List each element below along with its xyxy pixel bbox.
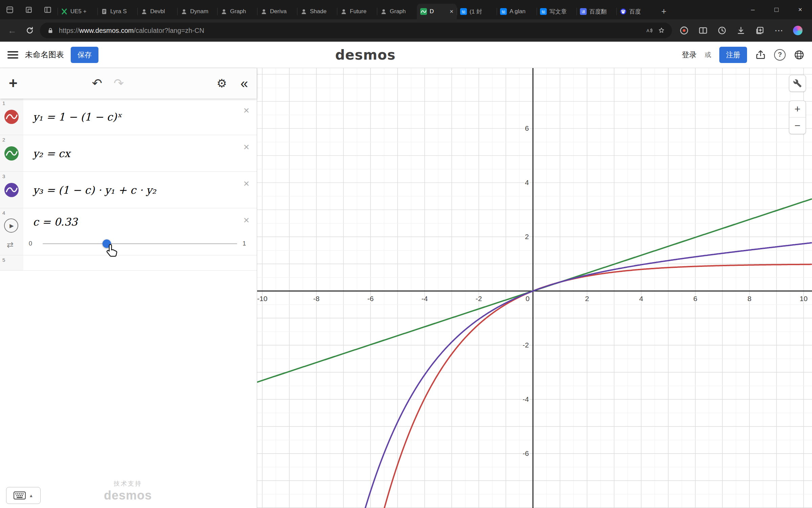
- header-right: 登录 或 注册 ?: [682, 47, 805, 63]
- slider-max-label[interactable]: 1: [243, 240, 246, 247]
- browser-tab[interactable]: UE5 +: [58, 4, 97, 19]
- downloads-icon[interactable]: [736, 26, 746, 35]
- copilot-icon[interactable]: [793, 26, 803, 35]
- login-button[interactable]: 登录: [682, 50, 697, 60]
- expression-row-1[interactable]: 1y₁ = 1 − (1 − c)ˣ×: [0, 99, 257, 135]
- extension-icon[interactable]: [679, 26, 689, 35]
- browser-tab[interactable]: 知A glan: [497, 4, 537, 19]
- keyboard-toggle-button[interactable]: ▲: [6, 487, 41, 504]
- collections-icon[interactable]: [755, 26, 765, 35]
- browser-tab[interactable]: 译百度翻: [577, 4, 616, 19]
- slider-play-icon[interactable]: ▶: [4, 218, 18, 233]
- expression-close-icon[interactable]: ×: [243, 178, 249, 189]
- zoom-out-button[interactable]: −: [789, 117, 806, 134]
- svg-text:-8: -8: [313, 295, 320, 302]
- url-host: www.desmos.com: [79, 27, 134, 34]
- browser-tab[interactable]: 知写文章: [537, 4, 577, 19]
- tab-strip: UE5 +Lyra SDevblDynamGraphDerivaShadeFut…: [58, 0, 656, 19]
- browser-tab[interactable]: D×: [417, 4, 457, 19]
- url-bar[interactable]: https://www.desmos.com/calculator?lang=z…: [40, 23, 672, 38]
- share-icon[interactable]: [755, 49, 766, 60]
- browser-tab[interactable]: Lyra S: [97, 4, 137, 19]
- browser-tab[interactable]: Graph: [377, 4, 417, 19]
- tab-close-icon[interactable]: ×: [450, 8, 453, 15]
- browser-tab[interactable]: Devbl: [137, 4, 177, 19]
- browser-tab[interactable]: Dynam: [177, 4, 217, 19]
- new-tab-button[interactable]: +: [656, 4, 671, 19]
- slider-loop-icon[interactable]: ⇄: [7, 240, 14, 250]
- minimize-button[interactable]: –: [741, 0, 765, 19]
- signup-button[interactable]: 注册: [719, 47, 747, 63]
- history-icon[interactable]: [717, 26, 727, 35]
- curve-color-icon[interactable]: [4, 183, 19, 197]
- redo-button[interactable]: ↷: [114, 77, 124, 89]
- menu-icon[interactable]: [7, 51, 18, 59]
- lock-icon[interactable]: [47, 27, 54, 34]
- help-icon[interactable]: ?: [774, 49, 786, 61]
- graph-settings-wrench-icon[interactable]: [789, 75, 806, 92]
- expression-close-icon[interactable]: ×: [243, 105, 249, 115]
- curve-color-icon[interactable]: [4, 146, 19, 161]
- expression-gutter: 1: [0, 99, 23, 135]
- browser-tab[interactable]: Graph: [217, 4, 257, 19]
- vertical-tabs-icon[interactable]: [43, 5, 52, 14]
- expression-formula[interactable]: c = 0.33: [33, 216, 77, 228]
- expression-content[interactable]: y₃ = (1 − c) · y₁ + c · y₂: [23, 172, 257, 208]
- browser-tab[interactable]: Future: [337, 4, 377, 19]
- maximize-button[interactable]: □: [765, 0, 788, 19]
- collapse-panel-icon[interactable]: «: [241, 77, 248, 90]
- zoom-in-button[interactable]: +: [789, 101, 806, 117]
- slider-track[interactable]: [43, 243, 237, 244]
- expression-index: 5: [2, 257, 5, 263]
- person-favicon: [261, 8, 267, 15]
- language-globe-icon[interactable]: [794, 49, 805, 60]
- person-favicon: [221, 8, 227, 15]
- split-screen-icon[interactable]: [698, 26, 708, 35]
- tab-actions-icon[interactable]: [24, 5, 33, 14]
- edit-list-gear-icon[interactable]: ⚙: [217, 78, 227, 89]
- expression-content[interactable]: c = 0.3301: [23, 208, 257, 255]
- cursor-pointer-hand: [104, 243, 120, 258]
- expression-row-3[interactable]: 3y₃ = (1 − c) · y₁ + c · y₂×: [0, 172, 257, 208]
- svg-text:A: A: [647, 28, 650, 33]
- keyboard-icon: [14, 491, 26, 500]
- expression-gutter: 5: [0, 255, 23, 270]
- browser-tab[interactable]: Deriva: [257, 4, 297, 19]
- expression-content[interactable]: y₁ = 1 − (1 − c)ˣ: [23, 99, 257, 135]
- main: + ↶ ↷ ⚙ « 1y₁ = 1 − (1 − c)ˣ×2y₂ = cx×3y…: [0, 68, 812, 508]
- slider-min-label[interactable]: 0: [29, 240, 32, 247]
- read-aloud-icon[interactable]: A: [646, 27, 653, 34]
- expression-close-icon[interactable]: ×: [243, 215, 249, 225]
- tab-title: Shade: [310, 8, 334, 15]
- expression-content[interactable]: y₂ = cx: [23, 135, 257, 171]
- expression-row-5[interactable]: 5: [0, 255, 257, 271]
- browser-tab[interactable]: 知(1 封: [457, 4, 497, 19]
- expression-row-4[interactable]: 4▶⇄c = 0.3301×: [0, 208, 257, 255]
- more-options-icon[interactable]: ⋯: [774, 26, 784, 35]
- close-window-button[interactable]: ×: [788, 0, 812, 19]
- watermark-label: 技术支持: [104, 480, 152, 488]
- doc-favicon: [101, 8, 108, 15]
- graph-title[interactable]: 未命名图表: [25, 49, 64, 60]
- expression-close-icon[interactable]: ×: [243, 142, 249, 152]
- zoom-controls: + −: [789, 101, 806, 134]
- expression-formula[interactable]: y₂ = cx: [33, 147, 70, 160]
- back-button[interactable]: ←: [5, 23, 20, 38]
- browser-tab[interactable]: Shade: [297, 4, 337, 19]
- svg-text:知: 知: [542, 10, 545, 14]
- undo-button[interactable]: ↶: [92, 77, 102, 89]
- graph-canvas[interactable]: -10-8-6-4-2246810642-2-4-60: [257, 68, 812, 508]
- expression-row-2[interactable]: 2y₂ = cx×: [0, 135, 257, 172]
- add-expression-button[interactable]: +: [9, 76, 18, 91]
- expression-formula[interactable]: y₁ = 1 − (1 − c)ˣ: [33, 111, 121, 123]
- expression-content[interactable]: [23, 255, 257, 270]
- workspaces-icon[interactable]: [5, 5, 14, 14]
- save-button[interactable]: 保存: [71, 47, 98, 63]
- refresh-button[interactable]: [22, 23, 37, 38]
- svg-text:0: 0: [526, 295, 530, 302]
- favorites-star-icon[interactable]: [658, 27, 665, 34]
- curve-color-icon[interactable]: [4, 109, 19, 124]
- svg-text:2: 2: [585, 295, 589, 302]
- browser-tab[interactable]: 百度: [616, 4, 656, 19]
- expression-formula[interactable]: y₃ = (1 − c) · y₁ + c · y₂: [33, 184, 156, 196]
